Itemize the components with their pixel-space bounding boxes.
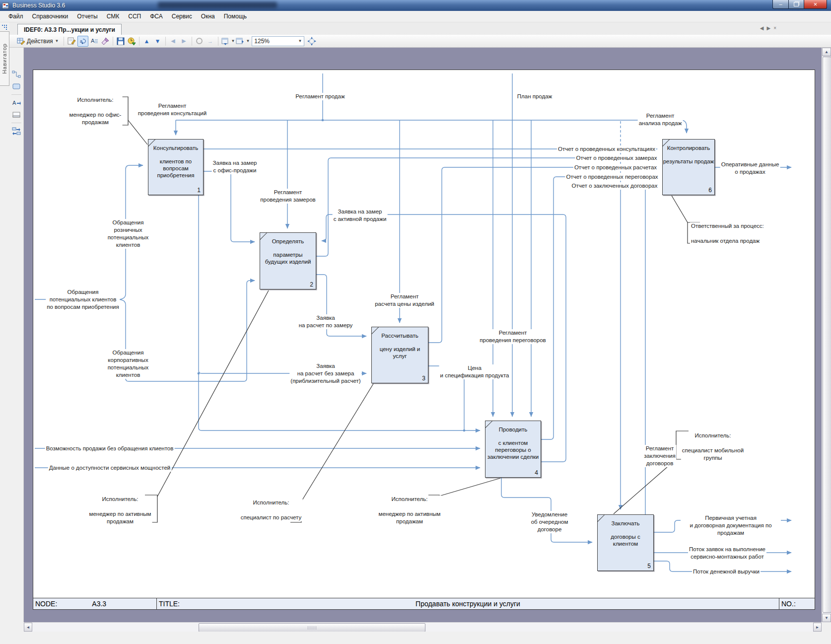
- window-bottom-strip: [0, 632, 831, 644]
- edit-icon[interactable]: [67, 36, 76, 46]
- label-reglament-zamerov: Регламент проведения замеров: [259, 189, 316, 204]
- horizontal-scrollbar[interactable]: ◄ ►: [24, 622, 822, 632]
- process-box-6[interactable]: Контролировать результаты продаж 6: [662, 139, 715, 195]
- label-obrashcheniya-roznichnyh: Обращения розничных потенциальных клиент…: [107, 219, 150, 249]
- label-zayavka-zamer-ofis: Заявка на замер с офис-продажи: [212, 159, 258, 174]
- label-obrashcheniya-potencialnyh: Обращения потенциальных клиентов по вопр…: [46, 288, 120, 311]
- box6-number: 6: [708, 187, 712, 194]
- label-plan-prodazh: План продаж: [516, 93, 553, 100]
- label-otchet-raschetah: Отчет о проведенных расчетах: [573, 164, 658, 171]
- actions-label: Действия: [27, 38, 53, 45]
- actions-icon: [17, 37, 25, 45]
- window-next-icon[interactable]: [235, 36, 245, 46]
- box5-rest: договоры с клиентом: [598, 533, 653, 547]
- label-reglament-prodazh: Регламент продаж: [294, 93, 346, 100]
- box5-number: 5: [647, 563, 651, 570]
- process-box-2[interactable]: Определять параметры будущих изделий 2: [260, 232, 316, 289]
- process-box-1[interactable]: Консультировать клиентов по вопросам при…: [148, 139, 204, 195]
- shape-tool-strip: A: [9, 48, 24, 622]
- horizontal-scroll-thumb[interactable]: [199, 623, 425, 632]
- scroll-left-button[interactable]: ◄: [24, 623, 32, 632]
- box4-rest: с клиентом переговоры о заключении сделк…: [485, 439, 541, 460]
- app-icon: [2, 2, 9, 9]
- move-down-icon[interactable]: ▼: [153, 36, 163, 46]
- scrollbar-corner: [822, 622, 831, 632]
- window-title: Business Studio 3.6: [12, 2, 65, 9]
- box1-rest: клиентов по вопросам приобретения: [148, 158, 203, 179]
- label-reglament-rascheta: Регламент расчета цены изделий: [374, 293, 435, 308]
- label-executor-office: Исполнитель: менеджер по офис- продажам: [69, 96, 123, 126]
- label-executor-aktiv-2: Исполнитель: менеджер по активным продаж…: [378, 496, 442, 525]
- vertical-scroll-thumb[interactable]: [823, 57, 831, 613]
- navigator-tab[interactable]: Навигатор: [0, 31, 9, 86]
- swap-tool-icon[interactable]: [11, 126, 21, 136]
- process-box-4[interactable]: Проводить с клиентом переговоры о заключ…: [485, 421, 541, 478]
- left-column: [0, 22, 9, 644]
- menu-ssp[interactable]: ССП: [124, 11, 145, 21]
- node-value: A3.3: [92, 600, 106, 608]
- frame-tool-icon[interactable]: [11, 110, 21, 120]
- minimize-button[interactable]: –: [772, 0, 789, 9]
- scroll-down-button[interactable]: ▼: [822, 614, 831, 622]
- move-up-icon[interactable]: ▲: [142, 36, 152, 46]
- label-executor-aktiv-1: Исполнитель: менеджер по активным продаж…: [88, 496, 152, 525]
- text-style-icon[interactable]: A: [89, 36, 99, 46]
- process-box-5[interactable]: Заключать договоры с клиентом 5: [597, 514, 654, 571]
- restore-button[interactable]: [789, 0, 804, 9]
- label-zayavka-raschet-bez-zamera: Заявка на расчет без замера (приблизител…: [289, 362, 361, 385]
- next-icon[interactable]: ▶: [179, 36, 189, 46]
- box1-number: 1: [197, 187, 201, 194]
- label-reglament-peregovorov: Регламент проведения переговоров: [479, 329, 547, 344]
- fit-page-icon[interactable]: [307, 36, 317, 46]
- zoom-value: 125%: [254, 38, 270, 45]
- text-tool-icon[interactable]: A: [11, 98, 21, 108]
- vertical-scrollbar[interactable]: ▲ ▼: [822, 48, 831, 622]
- navigator-label: Навигатор: [1, 43, 7, 74]
- menu-help[interactable]: Помощь: [219, 11, 251, 21]
- connector-tool-icon[interactable]: [11, 70, 21, 79]
- menu-windows[interactable]: Окна: [197, 11, 219, 21]
- label-vozmozhnost-prodazhi: Возможность продажи без обращения клиент…: [45, 445, 175, 452]
- menu-file[interactable]: Файл: [4, 11, 28, 21]
- box-tool-icon[interactable]: [11, 81, 21, 91]
- label-otchet-dogovorah: Отчет о заключенных договорах: [571, 182, 659, 190]
- window-next-caret[interactable]: ▼: [246, 39, 250, 43]
- close-button[interactable]: ×: [804, 0, 827, 9]
- scroll-up-button[interactable]: ▲: [822, 48, 831, 56]
- menu-fsa[interactable]: ФСА: [145, 11, 167, 21]
- label-dannye-dostupnosti: Данные о доступности сервисных мощностей: [48, 464, 172, 472]
- box1-verb: Консультировать: [148, 144, 203, 151]
- window-prev-icon[interactable]: [221, 36, 231, 46]
- tab-scroll-controls[interactable]: ◀▶×: [760, 25, 779, 31]
- actions-button[interactable]: Действия ▼: [14, 36, 62, 46]
- prev-icon[interactable]: ◀: [168, 36, 178, 46]
- label-executor-raschet: Исполнитель: специалист по расчету: [240, 499, 303, 521]
- menu-service[interactable]: Сервис: [167, 11, 197, 21]
- menu-references[interactable]: Справочники: [28, 11, 73, 21]
- menu-bar: Файл Справочники Отчеты СМК ССП ФСА Серв…: [0, 11, 831, 22]
- box5-verb: Заключать: [598, 520, 653, 527]
- save-icon[interactable]: [116, 36, 126, 46]
- schedule-icon[interactable]: [127, 36, 137, 46]
- window-prev-caret[interactable]: ▼: [231, 39, 235, 43]
- process-box-3[interactable]: Рассчитывать цену изделий и услуг 3: [371, 327, 428, 383]
- box2-rest: параметры будущих изделий: [260, 251, 316, 265]
- diagram-toolbar: Действия ▼ a A ▲ ▼ ◀ ▶ → ▼ ▼ 125% ▼: [9, 35, 831, 48]
- label-potok-vyruchki: Поток денежной выручки: [692, 568, 761, 575]
- tab-idef0-a33[interactable]: IDEF0: A3.3 Пр...укции и услуги: [17, 24, 122, 35]
- scroll-right-button[interactable]: ►: [813, 623, 822, 632]
- menu-reports[interactable]: Отчеты: [72, 11, 102, 21]
- format-brush-icon[interactable]: [100, 36, 110, 46]
- label-potok-zayavok: Поток заявок на выполнение сервисно-монт…: [688, 546, 766, 561]
- menu-smk[interactable]: СМК: [102, 11, 124, 21]
- redacted-text: [158, 2, 277, 8]
- auto-rename-icon[interactable]: a: [77, 36, 88, 47]
- box4-verb: Проводить: [485, 426, 541, 433]
- application-window: Business Studio 3.6 – × Файл Справочники…: [0, 0, 831, 644]
- forward-node-icon[interactable]: →: [206, 36, 215, 46]
- back-node-icon[interactable]: [195, 36, 205, 46]
- no-label: NO.:: [781, 600, 796, 608]
- box3-number: 3: [422, 375, 425, 382]
- zoom-combobox[interactable]: 125% ▼: [252, 36, 304, 46]
- label-operativnye-dannye: Оперативные данные о продажах: [720, 161, 780, 176]
